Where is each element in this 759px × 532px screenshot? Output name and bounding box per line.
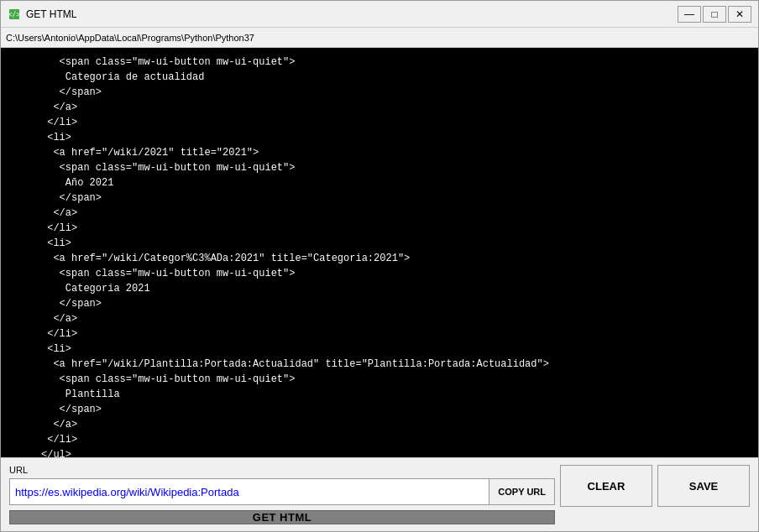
clear-button[interactable]: CLEAR <box>560 465 652 507</box>
app-icon: </> <box>8 8 21 21</box>
bottom-panel: URL COPY URL GET HTML CLEAR SAVE <box>1 457 758 531</box>
close-button[interactable]: ✕ <box>728 6 751 23</box>
url-input-group: COPY URL <box>9 478 555 505</box>
full-action-row: URL COPY URL GET HTML CLEAR SAVE <box>9 465 750 524</box>
address-text: C:\Users\Antonio\AppData\Local\Programs\… <box>6 33 254 43</box>
main-window: </> GET HTML — □ ✕ C:\Users\Antonio\AppD… <box>0 0 759 532</box>
maximize-button[interactable]: □ <box>703 6 726 23</box>
minimize-button[interactable]: — <box>678 6 701 23</box>
svg-text:</>: </> <box>8 11 20 18</box>
copy-url-button[interactable]: COPY URL <box>489 478 555 505</box>
get-html-button[interactable]: GET HTML <box>9 510 555 524</box>
left-column: URL COPY URL GET HTML <box>9 465 555 524</box>
window-title: GET HTML <box>26 8 76 20</box>
address-bar: C:\Users\Antonio\AppData\Local\Programs\… <box>1 28 758 48</box>
title-bar: </> GET HTML — □ ✕ <box>1 1 758 28</box>
title-bar-left: </> GET HTML <box>8 8 76 21</box>
save-button[interactable]: SAVE <box>657 465 750 507</box>
url-input[interactable] <box>9 478 489 505</box>
right-buttons: CLEAR SAVE <box>560 465 750 524</box>
title-bar-controls: — □ ✕ <box>678 6 751 23</box>
code-display[interactable]: <span class="mw-ui-button mw-ui-quiet"> … <box>1 48 758 457</box>
url-label: URL <box>9 465 555 475</box>
html-code: <span class="mw-ui-button mw-ui-quiet"> … <box>11 55 748 457</box>
